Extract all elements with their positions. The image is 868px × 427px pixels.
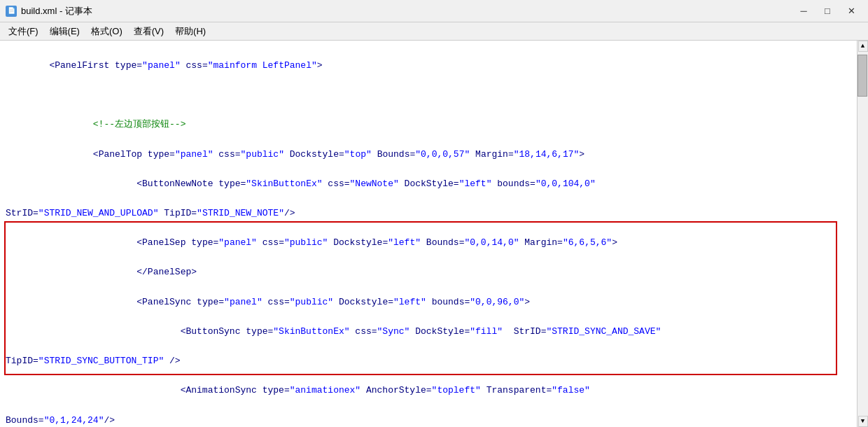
code-line-10: <ButtonSync type="SkinButtonEx" css="Syn… [6,324,851,339]
scroll-down-arrow[interactable]: ▼ [858,416,868,427]
code-content: <PanelFirst type="panel" css="mainform L… [0,41,857,427]
window-controls: ─ □ ✕ [792,4,862,19]
menu-file[interactable]: 文件(F) [3,24,44,39]
code-line-3: <!--左边顶部按钮--> [6,117,851,132]
vertical-scrollbar[interactable]: ▲ ▼ [857,41,868,427]
code-line-8: </PanelSep> [6,265,851,279]
code-line-6: StrID="STRID_NEW_AND_UPLOAD" TipID="STRI… [6,206,851,220]
maximize-button[interactable]: □ [816,4,839,19]
code-line-7: <PanelSep type="panel" css="public" Dock… [6,235,851,250]
window-title: build.xml - 记事本 [21,5,92,18]
app-icon: 📄 [6,6,17,17]
code-line-5: <ButtonNewNote type="SkinButtonEx" css="… [6,176,851,191]
code-editor[interactable]: <PanelFirst type="panel" css="mainform L… [0,41,857,427]
menu-edit[interactable]: 编辑(E) [44,24,85,39]
minimize-button[interactable]: ─ [792,4,815,19]
code-line-11: TipID="STRID_SYNC_BUTTON_TIP" /> [6,354,851,368]
menu-view[interactable]: 查看(V) [128,24,169,39]
scroll-thumb[interactable] [858,55,867,97]
menu-bar: 文件(F) 编辑(E) 格式(O) 查看(V) 帮助(H) [0,22,868,41]
menu-help[interactable]: 帮助(H) [169,24,211,39]
scroll-up-arrow[interactable]: ▲ [858,41,868,52]
menu-format[interactable]: 格式(O) [85,24,128,39]
code-line-9: <PanelSync type="panel" css="public" Doc… [6,295,851,309]
code-line-4: <PanelTop type="panel" css="public" Dock… [6,147,851,162]
close-button[interactable]: ✕ [840,4,862,19]
title-bar: 📄 build.xml - 记事本 ─ □ ✕ [0,0,868,22]
code-line-1: <PanelFirst type="panel" css="mainform L… [6,58,851,73]
code-line-12: <AnimationSync type="animationex" Anchor… [6,383,851,398]
code-line-13: Bounds="0,1,24,24"/> [6,413,851,427]
title-bar-left: 📄 build.xml - 记事本 [6,5,92,18]
code-line-2 [6,88,851,102]
content-area: <PanelFirst type="panel" css="mainform L… [0,41,868,427]
